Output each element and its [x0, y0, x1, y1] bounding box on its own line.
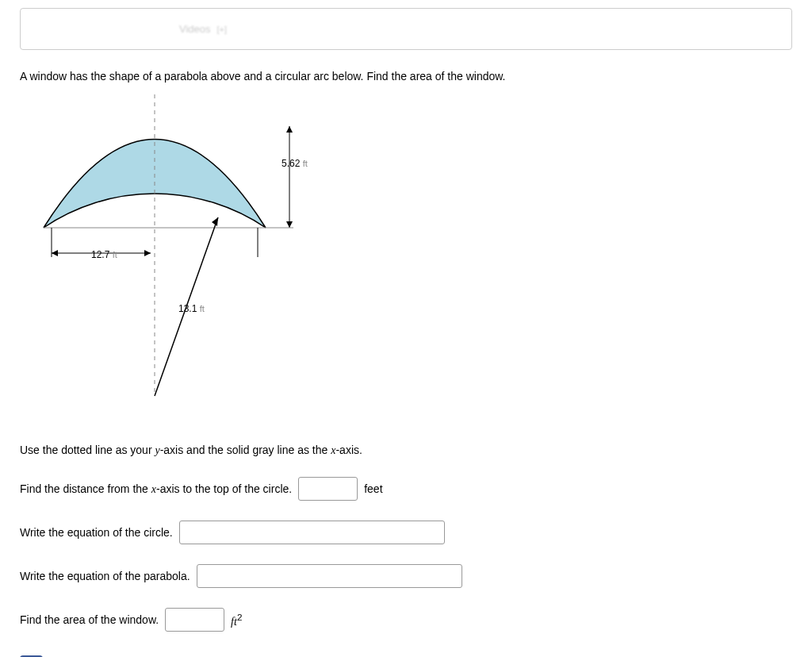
question-distance: Find the distance from the x-axis to the… [20, 477, 792, 501]
problem-statement: A window has the shape of a parabola abo… [20, 70, 792, 83]
area-unit: ft2 [231, 612, 242, 628]
distance-input[interactable] [298, 477, 358, 501]
question-area: Find the area of the window. ft2 [20, 608, 792, 632]
area-input[interactable] [165, 608, 224, 632]
question-circle: Write the equation of the circle. [20, 521, 792, 544]
svg-marker-2 [52, 250, 58, 256]
svg-marker-9 [286, 221, 293, 228]
circle-equation-input[interactable] [179, 521, 445, 544]
distance-unit: feet [364, 482, 382, 495]
width-label: 12.7 ft [91, 249, 117, 260]
videos-link[interactable]: Videos [179, 23, 211, 35]
svg-marker-3 [144, 250, 151, 256]
external-link-icon: [+] [217, 25, 228, 34]
axis-instruction: Use the dotted line as your y-axis and t… [20, 444, 792, 457]
parabola-equation-input[interactable] [197, 564, 462, 588]
question-parabola: Write the equation of the parabola. [20, 564, 792, 588]
window-figure: 5.62 ft 12.7 ft 13.1 ft [20, 94, 337, 420]
svg-marker-8 [286, 126, 293, 133]
header-box: Videos [+] [20, 8, 792, 50]
radius-label: 13.1 ft [178, 303, 205, 314]
height-label: 5.62 ft [282, 158, 308, 169]
